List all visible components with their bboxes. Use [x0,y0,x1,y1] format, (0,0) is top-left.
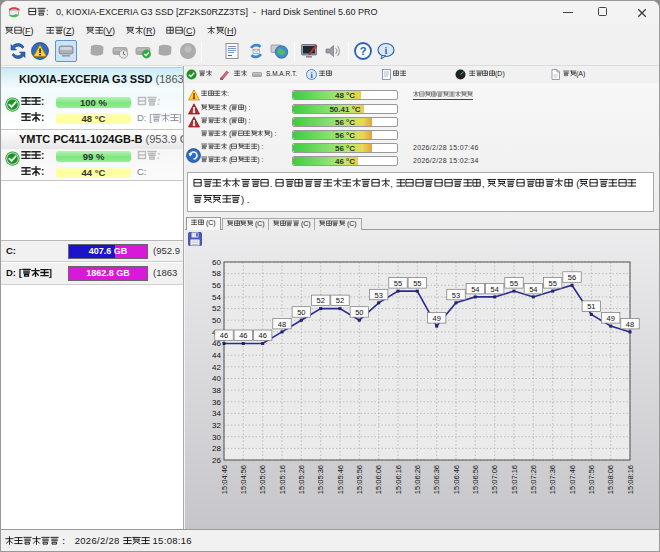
svg-text:15:08:06: 15:08:06 [606,465,615,494]
svg-text:49: 49 [433,314,441,323]
svg-text:54: 54 [529,285,537,294]
svg-text:48: 48 [278,320,286,329]
svg-text:15:07:06: 15:07:06 [490,465,499,494]
svg-text:56: 56 [568,273,576,282]
svg-text:52: 52 [212,304,221,313]
svg-text:34: 34 [212,409,221,418]
svg-text:15:07:26: 15:07:26 [529,465,538,494]
svg-text:46: 46 [259,331,267,340]
svg-text:15:06:16: 15:06:16 [394,465,403,494]
svg-text:15:06:36: 15:06:36 [432,465,441,494]
svg-text:?: ? [360,45,367,57]
svg-text:60: 60 [212,258,221,267]
svg-text:38: 38 [212,386,221,395]
svg-text:56: 56 [212,281,221,290]
svg-text:15:05:56: 15:05:56 [355,465,364,494]
svg-text:15:06:26: 15:06:26 [413,465,422,494]
svg-text:15:07:36: 15:07:36 [548,465,557,494]
svg-text:55: 55 [549,279,557,288]
svg-text:15:05:26: 15:05:26 [297,465,306,494]
svg-text:15:07:16: 15:07:16 [510,465,519,494]
svg-text:15:04:46: 15:04:46 [220,465,229,494]
svg-text:51: 51 [587,302,595,311]
svg-text:15:07:46: 15:07:46 [568,465,577,494]
svg-text:15:06:56: 15:06:56 [471,465,480,494]
svg-text:15:05:36: 15:05:36 [316,465,325,494]
svg-text:42: 42 [212,363,221,372]
svg-text:36: 36 [212,398,221,407]
svg-text:55: 55 [413,279,421,288]
svg-text:50: 50 [297,308,305,317]
svg-text:15:06:06: 15:06:06 [374,465,383,494]
svg-text:15:05:46: 15:05:46 [336,465,345,494]
svg-text:48: 48 [626,320,634,329]
svg-text:15:04:56: 15:04:56 [239,465,248,494]
svg-text:28: 28 [212,444,221,453]
svg-text:i: i [385,45,388,56]
svg-text:53: 53 [375,291,383,300]
svg-text:55: 55 [394,279,402,288]
svg-text:55: 55 [510,279,518,288]
svg-text:32: 32 [212,421,221,430]
svg-text:58: 58 [212,269,221,278]
svg-text:46: 46 [220,331,228,340]
svg-text:15:05:16: 15:05:16 [278,465,287,494]
svg-text:26: 26 [212,456,221,465]
svg-text:15:08:16: 15:08:16 [626,465,635,494]
svg-text:30: 30 [212,433,221,442]
svg-text:52: 52 [336,296,344,305]
svg-text:46: 46 [239,331,247,340]
svg-text:53: 53 [452,291,460,300]
svg-text:15:06:46: 15:06:46 [452,465,461,494]
svg-text:50: 50 [355,308,363,317]
svg-text:40: 40 [212,374,221,383]
svg-text:49: 49 [607,314,615,323]
svg-text:15:07:56: 15:07:56 [587,465,596,494]
svg-text:54: 54 [212,293,221,302]
svg-text:52: 52 [317,296,325,305]
svg-text:50: 50 [212,316,221,325]
svg-text:54: 54 [471,285,479,294]
svg-text:15:05:06: 15:05:06 [258,465,267,494]
svg-text:44: 44 [212,351,221,360]
svg-text:54: 54 [491,285,499,294]
